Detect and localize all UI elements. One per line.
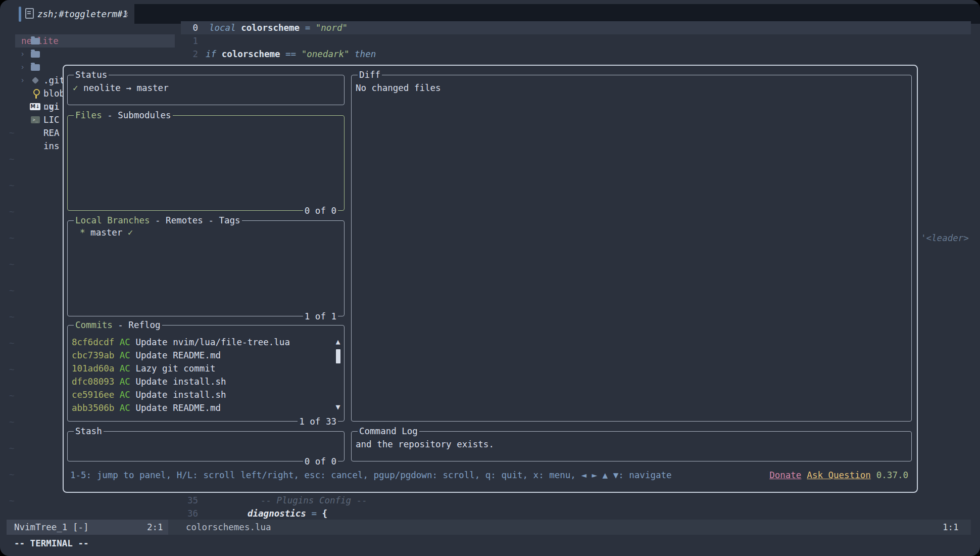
commit-message: Lazy git commit (135, 363, 215, 374)
tree-item-blob[interactable]: › blob (0, 48, 21, 61)
branch-row[interactable]: * master ✓ (80, 226, 133, 239)
tree-item-git[interactable]: › .git (0, 34, 21, 48)
code-line-2: if colorscheme == "onedark" then (206, 48, 376, 61)
lazygit-files-panel[interactable]: Files - Submodules 0 of 0 (67, 115, 345, 211)
empty-line-tilde: ~ (9, 205, 15, 218)
gitignore-icon (32, 77, 39, 84)
mode-indicator: -- TERMINAL -- (14, 536, 89, 551)
diff-panel-title: Diff (358, 68, 382, 81)
branches-panel-title: Local Branches - Remotes - Tags (74, 214, 242, 227)
check-icon: ✓ (73, 83, 78, 93)
scroll-down-icon[interactable]: ▼ (334, 402, 342, 412)
commit-hash: abb3506b (72, 403, 114, 413)
lazygit-stash-panel[interactable]: Stash 0 of 0 (67, 431, 345, 461)
tree-item-install[interactable]: >_ ins (0, 113, 21, 126)
lazygit-commits-panel[interactable]: Commits - Reflog 8cf6dcdfACUpdate nvim/l… (67, 325, 345, 422)
statusline-cursor-position: 1:1 (943, 520, 959, 535)
empty-line-tilde: ~ (9, 310, 15, 323)
folder-icon (31, 51, 40, 58)
commit-author-tag: AC (120, 363, 130, 374)
commit-author-tag: AC (120, 337, 130, 347)
scroll-up-icon[interactable]: ▲ (334, 337, 342, 347)
empty-line-tilde: ~ (9, 442, 15, 455)
empty-line-tilde: ~ (9, 231, 15, 245)
empty-line-tilde: ~ (9, 415, 15, 429)
commit-row[interactable]: abb3506bACUpdate README.md (72, 401, 221, 414)
empty-line-tilde: ~ (9, 284, 15, 297)
commit-hash: dfc08093 (72, 377, 114, 387)
commit-author-tag: AC (120, 390, 130, 400)
empty-line-tilde: ~ (9, 468, 15, 481)
keybindings-help: 1-5: jump to panel, H/L: scroll left/rig… (70, 469, 672, 482)
tree-item-readme[interactable]: M↓ REA (0, 100, 21, 113)
ask-question-link[interactable]: Ask Question (807, 470, 870, 480)
background-code-leader: '<leader> (921, 231, 969, 245)
folder-icon (31, 64, 40, 71)
tree-item-nvim[interactable]: › nvi (0, 61, 21, 74)
commit-message: Update README.md (135, 350, 221, 360)
statusline-file-segment (168, 520, 971, 535)
stash-count: 0 of 0 (303, 455, 338, 468)
commit-author-tag: AC (120, 350, 130, 360)
tree-item-gitignore[interactable]: .gi (0, 74, 21, 87)
code-line-0: local colorscheme = "nord" (209, 21, 348, 34)
donate-link[interactable]: Donate (769, 470, 801, 480)
command-log-content: and the repository exists. (356, 438, 494, 451)
code-line-35: -- Plugins Config -- (261, 494, 367, 507)
active-tab-indicator (19, 7, 21, 22)
commit-message: Update install.sh (135, 390, 226, 400)
commit-row[interactable]: 8cf6dcdfACUpdate nvim/lua/file-tree.lua (72, 336, 290, 349)
empty-line-tilde: ~ (9, 494, 15, 507)
commit-hash: 8cf6dcdf (72, 337, 114, 347)
empty-line-tilde: ~ (9, 258, 15, 271)
command-log-panel-title: Command Log (358, 425, 419, 438)
status-panel-title: Status (74, 68, 109, 81)
commit-message: Update install.sh (135, 377, 226, 387)
lazygit-footer-links: DonateAsk Question0.37.0 (769, 469, 908, 482)
commit-row[interactable]: 101ad60aACLazy git commit (72, 362, 215, 375)
shell-script-icon: >_ (31, 116, 40, 123)
tab-terminal[interactable]: zsh;#toggleterm#1 (37, 8, 128, 21)
lazygit-status-panel[interactable]: Status ✓ neolite → master (67, 75, 345, 105)
commits-count: 1 of 33 (298, 415, 338, 428)
commit-hash: ce5916ee (72, 390, 114, 400)
lazygit-diff-panel[interactable]: Diff No changed files (351, 75, 912, 422)
empty-line-tilde: ~ (9, 337, 15, 350)
empty-line-tilde: ~ (9, 363, 15, 376)
file-icon (25, 8, 34, 19)
commit-hash: cbc739ab (72, 350, 114, 360)
statusline-filename: colorschemes.lua (186, 520, 271, 535)
stash-panel-title: Stash (74, 425, 104, 438)
files-panel-title: Files - Submodules (74, 109, 173, 122)
commit-author-tag: AC (120, 377, 130, 387)
tree-item-license[interactable]: LIC (0, 87, 21, 100)
check-icon: ✓ (128, 227, 133, 238)
files-count: 0 of 0 (303, 204, 338, 217)
commit-row[interactable]: dfc08093ACUpdate install.sh (72, 375, 226, 388)
markdown-icon: M↓ (30, 103, 40, 110)
lazygit-command-log-panel[interactable]: Command Log and the repository exists. (351, 431, 912, 461)
diff-content: No changed files (356, 81, 441, 95)
commit-message: Update README.md (135, 403, 221, 413)
branches-count: 1 of 1 (303, 310, 338, 323)
commit-author-tag: AC (120, 403, 130, 413)
tab-close-icon[interactable]: × (123, 8, 129, 21)
lazygit-version: 0.37.0 (876, 470, 908, 480)
folder-icon (31, 38, 40, 44)
commit-row[interactable]: cbc739abACUpdate README.md (72, 349, 221, 362)
branch-star-icon: * (80, 227, 85, 238)
line-number: 1 (181, 34, 198, 48)
empty-line-tilde: ~ (9, 389, 15, 402)
tree-root[interactable]: neolite (0, 21, 21, 34)
line-number: 2 (181, 48, 198, 61)
scrollbar-thumb[interactable] (336, 349, 340, 363)
statusline-buffer-name: NvimTree_1 [-] (14, 520, 89, 535)
empty-line-tilde: ~ (9, 179, 15, 192)
commit-hash: 101ad60a (72, 363, 114, 374)
lazygit-branches-panel[interactable]: Local Branches - Remotes - Tags * master… (67, 220, 345, 316)
code-line-36: diagnostics = { (248, 507, 327, 520)
empty-line-tilde: ~ (9, 126, 15, 140)
commit-row[interactable]: ce5916eeACUpdate install.sh (72, 388, 226, 401)
license-key-icon (33, 89, 40, 96)
commits-panel-title: Commits - Reflog (74, 318, 162, 332)
